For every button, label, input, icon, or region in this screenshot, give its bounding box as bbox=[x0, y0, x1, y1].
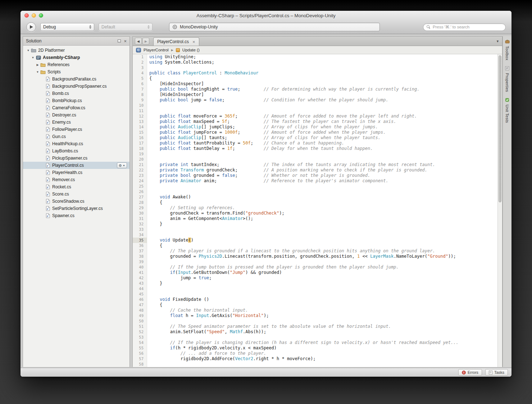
tree-item[interactable]: #BackgroundPropSpawner.cs bbox=[23, 83, 129, 90]
code-line[interactable]: 45 bbox=[133, 291, 497, 297]
code-line[interactable]: 18 public float tauntDelay = 1f; // Dela… bbox=[133, 146, 497, 151]
expand-arrow-icon[interactable]: ▶ bbox=[35, 63, 40, 66]
code-line[interactable]: 50 bbox=[133, 318, 497, 324]
tree-item[interactable]: ▼Scripts bbox=[23, 68, 129, 75]
code-line[interactable]: 11 bbox=[133, 108, 497, 114]
code-line[interactable]: 47 { bbox=[133, 302, 497, 308]
code-line[interactable]: 27 void Awake() bbox=[133, 194, 497, 200]
code-line[interactable]: 23 private bool grounded = false; // Whe… bbox=[133, 173, 497, 178]
code-line[interactable]: 21 private int tauntIndex; // The index … bbox=[133, 162, 497, 167]
code-line[interactable]: 46 void FixedUpdate () bbox=[133, 297, 497, 302]
item-options-button[interactable]: ⚙▼ bbox=[117, 162, 127, 168]
code-line[interactable]: 42 jump = true; bbox=[133, 275, 497, 281]
code-line[interactable]: 33 bbox=[133, 227, 497, 232]
tree-item[interactable]: #BombPickup.cs bbox=[23, 97, 129, 104]
code-line[interactable]: 9 public bool jump = false; // Condition… bbox=[133, 97, 497, 103]
code-line[interactable]: 10 bbox=[133, 103, 497, 108]
code-line[interactable]: 19 bbox=[133, 151, 497, 157]
code-lines[interactable]: 1using UnityEngine;2using System.Collect… bbox=[133, 54, 497, 367]
code-line[interactable]: 49 float h = Input.GetAxis("Horizontal")… bbox=[133, 313, 497, 318]
code-line[interactable]: 25 bbox=[133, 184, 497, 189]
collapse-arrow-icon[interactable]: ▼ bbox=[35, 70, 40, 74]
tree-item[interactable]: ▼Assembly-CSharp bbox=[23, 54, 129, 61]
code-line[interactable]: 26 bbox=[133, 189, 497, 194]
tree-item[interactable]: #Bomb.cs bbox=[23, 90, 129, 97]
code-line[interactable]: 2using System.Collections; bbox=[133, 60, 497, 65]
tasks-pad-button[interactable]: Tasks bbox=[485, 369, 508, 376]
code-line[interactable]: 5{ bbox=[133, 76, 497, 81]
tree-item[interactable]: #Spawner.cs bbox=[23, 212, 129, 219]
tree-item[interactable]: ▼2D Platformer bbox=[23, 47, 129, 54]
tree-item[interactable]: #Score.cs bbox=[23, 190, 129, 198]
code-line[interactable]: 37 // The player is grounded if a lineca… bbox=[133, 248, 497, 254]
tree-item[interactable]: #ScoreShadow.cs bbox=[23, 198, 129, 205]
tree-item[interactable]: #LayBombs.cs bbox=[23, 147, 129, 155]
code-line[interactable]: 7 public bool facingRight = true; // For… bbox=[133, 87, 497, 92]
breadcrumb-class[interactable]: PlayerControl bbox=[144, 48, 169, 52]
code-line[interactable]: 14 public AudioClip[] jumpClips; // Arra… bbox=[133, 124, 497, 130]
code-line[interactable]: 57 rigidbody2D.AddForce(Vector2.right * … bbox=[133, 356, 497, 362]
code-line[interactable]: 16 public AudioClip[] taunts; // Array o… bbox=[133, 135, 497, 141]
scrollbar-thumb[interactable] bbox=[499, 55, 501, 202]
code-line[interactable]: 22 private Transform groundCheck; // A p… bbox=[133, 167, 497, 173]
tree-item[interactable]: #CameraFollow.cs bbox=[23, 104, 129, 111]
breadcrumb-member[interactable]: Update () bbox=[182, 48, 200, 52]
pane-splitter[interactable] bbox=[130, 36, 132, 367]
code-line[interactable]: 56 // ... add a force to the player. bbox=[133, 351, 497, 356]
document-tab-active[interactable]: PlayerControl.cs × bbox=[153, 37, 199, 46]
tree-item[interactable]: #PlayerHealth.cs bbox=[23, 169, 129, 176]
code-line[interactable]: 13 public float maxSpeed = 5f; // The fa… bbox=[133, 119, 497, 124]
code-line[interactable]: 8 [HideInInspector] bbox=[133, 92, 497, 97]
tree-item[interactable]: #Enemy.cs bbox=[23, 119, 129, 126]
collapse-arrow-icon[interactable]: ▼ bbox=[26, 49, 31, 52]
run-button[interactable] bbox=[26, 22, 36, 32]
code-line[interactable]: 20 bbox=[133, 157, 497, 162]
code-line[interactable]: 44 bbox=[133, 286, 497, 291]
code-line[interactable]: 55 if(h * rigidbody2D.velocity.x < maxSp… bbox=[133, 345, 497, 351]
tree-item[interactable]: #Destroyer.cs bbox=[23, 111, 129, 119]
code-line[interactable]: 3 bbox=[133, 65, 497, 70]
code-line[interactable]: 58 bbox=[133, 362, 497, 367]
target-selector[interactable]: Default bbox=[99, 23, 153, 31]
tree-item[interactable]: #FollowPlayer.cs bbox=[23, 126, 129, 133]
tree-item-selected[interactable]: #PlayerControl.cs⚙▼ bbox=[23, 162, 129, 169]
tree-item[interactable]: #Remover.cs bbox=[23, 176, 129, 183]
close-tab-button[interactable]: × bbox=[192, 40, 195, 44]
search-input[interactable] bbox=[433, 25, 502, 29]
navigate-back-button[interactable]: ◀ bbox=[135, 38, 142, 45]
code-line[interactable]: 1using UnityEngine; bbox=[133, 54, 497, 60]
navigate-forward-button[interactable]: ▶ bbox=[142, 38, 149, 45]
code-line[interactable]: 31 anim = GetComponent<Animator>(); bbox=[133, 216, 497, 221]
tab-list-button[interactable]: ▼ bbox=[496, 40, 499, 43]
tree-item[interactable]: ▶References bbox=[23, 61, 129, 68]
close-pad-button[interactable]: × bbox=[124, 39, 127, 43]
code-line[interactable]: 51 // The Speed animator parameter is se… bbox=[133, 324, 497, 329]
code-line[interactable]: 35 void Update() bbox=[133, 238, 497, 243]
window-titlebar[interactable]: Assembly-CSharp – Scripts/PlayerControl.… bbox=[21, 11, 511, 20]
code-line[interactable]: 28 { bbox=[133, 200, 497, 205]
tree-item[interactable]: #PickupSpawner.cs bbox=[23, 155, 129, 162]
code-line[interactable]: 24 private Animator anim; // Reference t… bbox=[133, 178, 497, 184]
dock-tab-toolbox[interactable]: Toolbox bbox=[505, 39, 510, 60]
minimize-window-button[interactable] bbox=[32, 13, 36, 18]
code-line[interactable]: 54 // If the player is changing directio… bbox=[133, 340, 497, 345]
code-line[interactable]: 41 if(Input.GetButtonDown("Jump") && gro… bbox=[133, 270, 497, 275]
code-line[interactable]: 29 // Setting up references. bbox=[133, 205, 497, 211]
code-line[interactable]: 15 public float jumpForce = 1000f; // Am… bbox=[133, 130, 497, 135]
dock-tab-properties[interactable]: Properties bbox=[505, 66, 509, 92]
tree-item[interactable]: #SetParticleSortingLayer.cs bbox=[23, 205, 129, 212]
tree-item[interactable]: #Rocket.cs bbox=[23, 183, 129, 190]
code-line[interactable]: 38 grounded = Physics2D.Linecast(transfo… bbox=[133, 254, 497, 259]
code-line[interactable]: 43 } bbox=[133, 281, 497, 286]
auto-hide-pad-icon[interactable] bbox=[118, 40, 121, 42]
collapse-arrow-icon[interactable]: ▼ bbox=[31, 56, 35, 59]
search-field[interactable] bbox=[423, 23, 506, 31]
code-line[interactable]: 52 anim.SetFloat("Speed", Mathf.Abs(h)); bbox=[133, 329, 497, 335]
code-line[interactable]: 53 bbox=[133, 335, 497, 340]
code-line[interactable]: 30 groundCheck = transform.Find("groundC… bbox=[133, 211, 497, 216]
zoom-window-button[interactable] bbox=[39, 13, 43, 18]
code-line[interactable]: 40 // If the jump button is pressed and … bbox=[133, 265, 497, 270]
code-line[interactable]: 39 bbox=[133, 259, 497, 265]
tree-item[interactable]: #BackgroundParallax.cs bbox=[23, 75, 129, 83]
code-line[interactable]: 4public class PlayerControl : MonoBehavi… bbox=[133, 70, 497, 76]
